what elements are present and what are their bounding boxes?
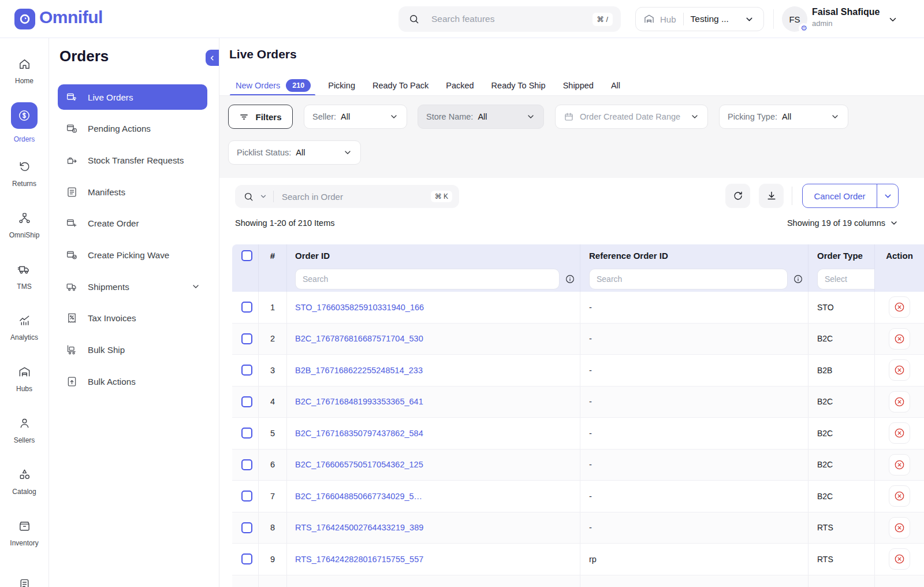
row-checkbox[interactable] (241, 553, 252, 564)
hub-selector[interactable]: Hub Testing ... (635, 7, 764, 31)
order-id-link[interactable]: B2C_1767168350797437862_584 (295, 429, 423, 438)
filter-band: Filters Seller: All Store Name: All Orde… (219, 96, 924, 178)
date-range-filter[interactable]: Order Created Date Range (555, 105, 708, 129)
order-id-search-input[interactable] (295, 269, 560, 289)
create-order-icon (66, 217, 78, 229)
order-id-link[interactable]: RTS_1764245002764433219_389 (295, 523, 423, 532)
row-checkbox[interactable] (241, 459, 252, 470)
columns-count[interactable]: Showing 19 of 19 columns (787, 218, 899, 228)
avatar[interactable]: FS ⚙ (782, 6, 807, 32)
order-id-link[interactable]: B2C_1766065750517054362_125 (295, 460, 423, 469)
cancel-row-button[interactable] (889, 328, 910, 350)
omniful-logo-icon[interactable] (14, 9, 35, 29)
rail-item-analytics[interactable]: Analytics (0, 302, 49, 354)
hub-label: Hub (660, 14, 676, 24)
cancel-row-button[interactable] (889, 517, 910, 538)
rail-item-inventory[interactable]: Inventory (0, 507, 49, 559)
row-checkbox[interactable] (241, 333, 252, 344)
tab-shipped[interactable]: Shipped (563, 75, 594, 96)
rail-item-catalog[interactable]: Catalog (0, 456, 49, 507)
search-divider (273, 191, 274, 202)
cancel-row-button[interactable] (889, 391, 910, 413)
cancel-row-button[interactable] (889, 548, 910, 570)
row-checkbox[interactable] (241, 365, 252, 376)
stock-transfer-icon (66, 154, 78, 166)
cancel-row-button[interactable] (889, 485, 910, 507)
tab-ready-to-pack[interactable]: Ready To Pack (372, 75, 429, 96)
tab-ready-to-ship[interactable]: Ready To Ship (491, 75, 546, 96)
sidebar-item-shipments[interactable]: Shipments (58, 274, 207, 299)
order-search[interactable]: Search in Order ⌘ K (235, 185, 459, 208)
order-id-link[interactable]: RTS_1764242828016715755_557 (295, 555, 423, 564)
table-row-partial (232, 575, 924, 587)
row-checkbox[interactable] (241, 428, 252, 439)
sidebar-item-live-orders[interactable]: Live Orders (58, 84, 207, 110)
picklist-status-filter[interactable]: Picklist Status: All (228, 140, 361, 165)
icon-rail: Home Orders Returns OmniShip TMS Analyti… (0, 38, 49, 587)
refresh-button[interactable] (725, 184, 750, 208)
global-search[interactable]: Search features ⌘ / (398, 6, 621, 32)
user-menu-chevron-icon[interactable] (888, 14, 898, 25)
sidebar-collapse-button[interactable] (206, 50, 219, 66)
select-all-checkbox[interactable] (241, 250, 252, 261)
picking-type-filter[interactable]: Picking Type: All (719, 105, 848, 129)
brand-name[interactable]: Omniful (39, 8, 103, 27)
tab-all[interactable]: All (611, 75, 620, 96)
store-name-filter[interactable]: Store Name: All (418, 105, 544, 129)
sidebar-item-pending-actions[interactable]: Pending Actions (58, 116, 207, 142)
rail-item-home[interactable]: Home (0, 46, 49, 97)
chevron-down-icon[interactable] (259, 192, 267, 200)
cancel-row-button[interactable] (889, 296, 910, 318)
row-checkbox[interactable] (241, 396, 252, 407)
calendar-icon (564, 112, 574, 122)
order-id-link[interactable]: B2C_1767168481993353365_641 (295, 397, 423, 406)
rail-item-tms[interactable]: TMS (0, 251, 49, 302)
toolbar-divider (792, 187, 792, 205)
analytics-icon (18, 314, 31, 327)
cancel-row-button[interactable] (889, 422, 910, 444)
tab-picking[interactable]: Picking (328, 75, 355, 96)
cancel-order-dropdown[interactable] (877, 184, 898, 207)
rail-item-omniship[interactable]: OmniShip (0, 199, 49, 251)
sidebar-item-manifests[interactable]: Manifests (58, 179, 207, 205)
sidebar-menu: Live Orders Pending Actions Stock Transf… (58, 84, 207, 400)
cancel-row-button[interactable] (889, 454, 910, 475)
reference-search-input[interactable] (589, 269, 788, 289)
rail-item-hubs[interactable]: Hubs (0, 354, 49, 405)
filters-button[interactable]: Filters (228, 105, 293, 129)
sidebar-item-stock-transfer-requests[interactable]: Stock Transfer Requests (58, 147, 207, 173)
tab-packed[interactable]: Packed (446, 75, 474, 96)
tab-new-orders[interactable]: New Orders 210 (236, 75, 311, 96)
row-checkbox[interactable] (241, 522, 252, 533)
order-id-link[interactable]: B2C_1766048850667734029_5… (295, 492, 422, 501)
row-checkbox[interactable] (241, 302, 252, 313)
cancel-row-button[interactable] (889, 359, 910, 381)
sidebar-item-tax-invoices[interactable]: Tax Invoices (58, 306, 207, 331)
sidebar-item-create-picking-wave[interactable]: Create Picking Wave (58, 242, 207, 268)
cancel-order-label[interactable]: Cancel Order (803, 184, 877, 207)
chevron-down-icon (830, 112, 840, 121)
download-button[interactable] (759, 184, 784, 208)
row-checkbox[interactable] (241, 491, 252, 501)
order-id-link[interactable]: STO_1766035825910331940_166 (295, 303, 424, 312)
user-role: admin (812, 19, 832, 28)
top-header: Omniful Search features ⌘ / Hub Testing … (0, 0, 924, 38)
sidebar-item-bulk-actions[interactable]: Bulk Actions (58, 369, 207, 394)
box-icon (18, 519, 31, 533)
search-icon (243, 191, 254, 202)
table-row: 2 B2C_1767876816687571704_530 - B2C (232, 324, 924, 355)
rail-item-sellers[interactable]: Sellers (0, 405, 49, 456)
rail-item-orders[interactable]: Orders (0, 97, 49, 148)
sidebar-item-bulk-ship[interactable]: Bulk Ship (58, 337, 207, 363)
live-orders-icon (66, 91, 78, 103)
order-id-link[interactable]: B2C_1767876816687571704_530 (295, 334, 423, 343)
table-row: 1 STO_1766035825910331940_166 - STO (232, 292, 924, 324)
document-icon (18, 578, 31, 587)
seller-filter[interactable]: Seller: All (304, 105, 407, 129)
sidebar-item-create-order[interactable]: Create Order (58, 211, 207, 236)
rail-item-returns[interactable]: Returns (0, 148, 49, 200)
rail-item-partial[interactable] (0, 559, 49, 587)
order-id-link[interactable]: B2B_1767168622255248514_233 (295, 366, 423, 375)
order-type-select[interactable] (817, 269, 874, 289)
person-icon (18, 417, 31, 430)
